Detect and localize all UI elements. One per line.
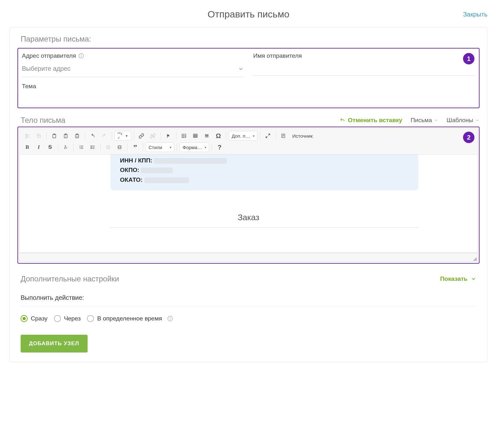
page-title: Отправить письмо [10, 9, 487, 20]
redo-icon[interactable] [99, 131, 109, 141]
subject-input[interactable] [22, 92, 475, 106]
styles-dropdown[interactable]: Стили▾ [146, 142, 174, 152]
svg-point-46 [91, 148, 91, 149]
resize-grip-icon[interactable] [473, 257, 477, 261]
undo-insert-button[interactable]: Отменить вставку [340, 117, 402, 124]
strike-icon[interactable]: S [45, 142, 55, 152]
add-node-button[interactable]: ДОБАВИТЬ УЗЕЛ [21, 335, 88, 352]
link-icon[interactable] [136, 131, 147, 141]
callout-badge-1: 1 [463, 53, 474, 64]
svg-point-45 [91, 147, 91, 148]
info-icon[interactable] [167, 316, 173, 321]
sender-name-label: Имя отправителя [253, 52, 475, 59]
copy-icon[interactable] [34, 131, 44, 141]
subject-label: Тема [22, 83, 475, 90]
bullet-list-icon[interactable] [88, 142, 98, 152]
close-button[interactable]: Закрыть [463, 11, 487, 18]
paste-text-icon[interactable]: T [61, 131, 71, 141]
numbered-list-icon[interactable]: 123 [76, 142, 86, 152]
sender-address-placeholder: Выберите адрес [22, 65, 70, 72]
chevron-down-icon [471, 276, 476, 282]
specialchar-icon[interactable]: Ω [213, 131, 223, 141]
body-section-title: Тело письма [21, 116, 65, 125]
letters-dropdown[interactable]: Письма [411, 117, 438, 124]
undo-icon[interactable] [88, 131, 98, 141]
svg-point-4 [25, 136, 27, 138]
table-icon[interactable] [190, 131, 201, 141]
action-title: Выполнить действие: [21, 294, 476, 301]
extra-settings-title: Дополнительные настройки [21, 274, 119, 283]
svg-point-2 [81, 55, 82, 55]
editor: T W ᴬᴮϲ✓▼ [19, 128, 478, 262]
radio-immediately-label: Сразу [31, 315, 48, 322]
chevron-down-icon [434, 118, 438, 122]
info-icon[interactable] [78, 53, 84, 59]
outdent-icon[interactable] [103, 142, 113, 152]
chevron-down-icon [475, 118, 480, 122]
image-icon[interactable] [179, 131, 189, 141]
radio-at-time[interactable] [87, 315, 94, 322]
callout-badge-2: 2 [463, 132, 474, 143]
spellcheck-dropdown[interactable]: ᴬᴮϲ✓▼ [115, 131, 131, 141]
editor-body[interactable]: ИНН / КПП: ОКПО: ОКАТО: Заказ [19, 155, 478, 253]
editor-statusbar [19, 253, 478, 262]
unlink-icon[interactable] [148, 131, 158, 141]
help-icon[interactable]: ? [215, 142, 225, 152]
svg-point-19 [183, 135, 184, 135]
svg-line-7 [26, 135, 27, 136]
hr-icon[interactable] [202, 131, 212, 141]
extra-plugins-dropdown[interactable]: Доп. п…▾ [229, 131, 257, 141]
paste-icon[interactable] [49, 131, 59, 141]
format-dropdown[interactable]: Форма…▾ [180, 142, 209, 152]
show-extra-button[interactable]: Показать [440, 275, 476, 282]
indent-icon[interactable] [115, 142, 125, 152]
svg-point-3 [25, 134, 27, 135]
order-heading: Заказ [20, 213, 477, 222]
svg-text:3: 3 [79, 148, 80, 149]
removeformat-icon[interactable]: Ix [61, 142, 71, 152]
paste-word-icon[interactable]: W [72, 131, 82, 141]
chevron-down-icon [238, 66, 244, 72]
source-button[interactable]: Источник [290, 131, 315, 141]
svg-rect-20 [194, 134, 197, 138]
flag-icon[interactable] [163, 131, 174, 141]
blockquote-icon[interactable]: ” [130, 142, 140, 152]
sender-address-select[interactable]: Выберите адрес [22, 62, 244, 77]
radio-after-label: Через [64, 315, 81, 322]
sender-name-input[interactable] [253, 62, 475, 76]
sender-address-label: Адрес отправителя [22, 52, 244, 59]
italic-icon[interactable]: I [34, 142, 44, 152]
svg-line-6 [28, 136, 29, 138]
params-section-title: Параметры письма: [21, 35, 487, 43]
svg-text:W: W [76, 135, 78, 137]
svg-point-44 [91, 146, 91, 146]
source-icon[interactable] [278, 131, 288, 141]
radio-after[interactable] [54, 315, 61, 322]
body-callout: 2 T W ᴬᴮϲ✓▼ [17, 127, 480, 264]
cut-icon[interactable] [22, 131, 32, 141]
radio-at-time-label: В определенное время [97, 315, 162, 322]
bold-icon[interactable]: B [22, 142, 32, 152]
radio-immediately[interactable] [21, 315, 28, 322]
editor-toolbar: T W ᴬᴮϲ✓▼ [19, 128, 478, 155]
svg-rect-8 [38, 135, 40, 137]
panel: Параметры письма: 1 Адрес отправителя Вы… [10, 27, 487, 362]
svg-text:T: T [65, 135, 66, 137]
info-box: ИНН / КПП: ОКПО: ОКАТО: [110, 155, 418, 190]
params-callout: 1 Адрес отправителя Выберите адрес [17, 48, 480, 108]
templates-dropdown[interactable]: Шаблоны [447, 117, 480, 124]
svg-point-57 [170, 317, 170, 318]
maximize-icon[interactable] [263, 131, 273, 141]
